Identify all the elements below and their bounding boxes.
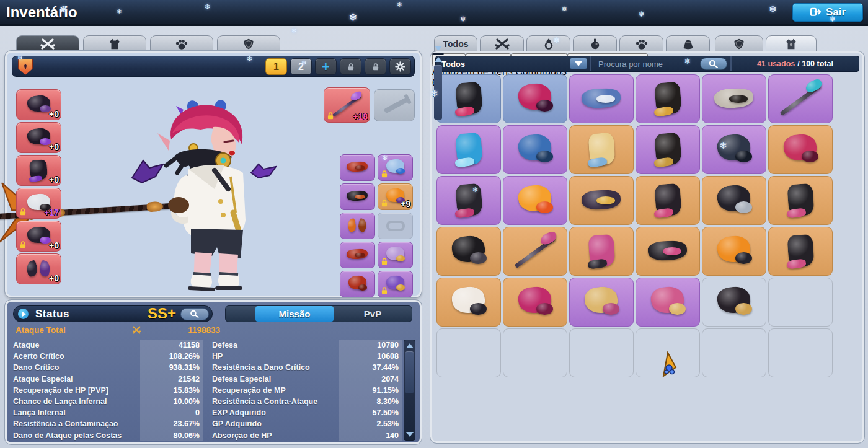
upper-accessory-slot[interactable] xyxy=(340,154,375,181)
mode-tab-missão[interactable]: Missão xyxy=(255,306,334,322)
tab-armor[interactable] xyxy=(83,35,146,52)
wing-accessory-slot xyxy=(347,218,358,233)
lock-page-1-button[interactable] xyxy=(340,58,361,75)
gloves-item[interactable] xyxy=(436,227,501,276)
tab-shield[interactable] xyxy=(217,35,280,52)
belt-box-item[interactable] xyxy=(702,74,766,123)
shoes-item[interactable] xyxy=(636,227,700,276)
hook-item[interactable] xyxy=(503,125,567,174)
hovered-slot[interactable] xyxy=(636,328,700,377)
boots-item[interactable] xyxy=(702,176,766,225)
tab-weapons[interactable] xyxy=(480,35,524,52)
ring-slot[interactable] xyxy=(378,154,413,181)
tab-outfits[interactable] xyxy=(766,35,817,52)
tab-defense[interactable] xyxy=(715,35,763,52)
empty-slot[interactable] xyxy=(503,328,567,377)
shoulder-armor-item[interactable] xyxy=(569,278,634,327)
pet-slot[interactable]: +9 xyxy=(378,183,413,210)
gloves-slot[interactable]: +17 xyxy=(16,188,61,219)
scroll-thumb[interactable] xyxy=(405,351,414,393)
empty-slot[interactable] xyxy=(768,278,833,327)
glove-item[interactable] xyxy=(436,278,501,327)
charm-slot[interactable] xyxy=(378,242,413,268)
inventory-scrollbar[interactable] xyxy=(432,53,444,55)
scroll-down-icon[interactable] xyxy=(435,46,442,51)
mask-slot[interactable] xyxy=(340,183,375,210)
category-value: Todos xyxy=(441,59,465,69)
pants-slot[interactable]: +0 xyxy=(16,155,61,186)
add-page-button[interactable]: + xyxy=(315,58,337,75)
empty-slot[interactable] xyxy=(569,328,634,377)
pants-item[interactable] xyxy=(436,176,501,225)
belt-item[interactable] xyxy=(569,74,634,123)
lock-page-2-button[interactable] xyxy=(365,58,386,75)
witch-hat-item[interactable] xyxy=(569,176,634,225)
search-button[interactable] xyxy=(700,58,727,70)
belt-slot[interactable] xyxy=(378,213,413,239)
hair-slot[interactable]: +0 xyxy=(16,89,61,120)
stat-value: 0 xyxy=(140,407,203,418)
tab-misc[interactable] xyxy=(666,35,710,52)
spears-item[interactable] xyxy=(436,125,501,174)
cursor-icon xyxy=(660,351,678,380)
scythe-item[interactable] xyxy=(768,74,833,123)
status-scrollbar[interactable] xyxy=(404,340,415,441)
hair-item[interactable] xyxy=(768,125,833,174)
empty-slot[interactable] xyxy=(702,328,766,377)
helmet-item[interactable] xyxy=(702,278,766,327)
anklet-slot[interactable] xyxy=(340,271,375,297)
inventory-screen: Inventário Sair 12+ xyxy=(0,0,868,448)
top-slot[interactable]: +0 xyxy=(16,122,61,153)
stat-value: 2.53% xyxy=(339,418,402,429)
exit-button[interactable]: Sair xyxy=(792,3,863,22)
boots-slot[interactable]: +0 xyxy=(16,221,61,252)
tab-consumables[interactable] xyxy=(573,35,617,52)
gloves-item[interactable] xyxy=(702,125,766,174)
wing-ornament-item[interactable] xyxy=(569,125,634,174)
tab-paw[interactable] xyxy=(150,35,213,52)
chevron-down-icon[interactable] xyxy=(570,58,587,69)
sleeve-item[interactable] xyxy=(569,227,634,276)
guild-badge-icon[interactable] xyxy=(18,59,33,75)
empty-slot[interactable] xyxy=(768,328,833,377)
scroll-up-icon[interactable] xyxy=(406,343,414,348)
scythe-item[interactable] xyxy=(503,227,567,276)
armor-top-item[interactable] xyxy=(636,278,700,327)
stat-value: 108.26% xyxy=(140,351,203,362)
empty-slot[interactable] xyxy=(436,328,501,377)
stat-value: 140 xyxy=(339,430,402,441)
wings-slot[interactable]: +0 xyxy=(16,253,61,284)
mode-tab-pvp[interactable]: PvP xyxy=(334,306,412,322)
equipment-page-1-button[interactable]: 1 xyxy=(265,58,287,75)
coat-item[interactable] xyxy=(636,176,700,225)
status-search-button[interactable] xyxy=(180,308,209,320)
tab-pets[interactable] xyxy=(619,35,663,52)
search-field[interactable]: Procura por nome xyxy=(591,56,732,71)
scroll-up-icon[interactable] xyxy=(435,57,442,62)
pumpkin-item[interactable] xyxy=(702,227,766,276)
settings-button[interactable] xyxy=(389,58,411,75)
lower-accessory-slot[interactable] xyxy=(340,242,375,268)
weapon-slot[interactable]: +18 xyxy=(324,87,370,123)
hair-item[interactable] xyxy=(503,278,567,327)
pants-item[interactable] xyxy=(436,74,501,123)
coat-item[interactable] xyxy=(636,125,700,174)
relic-slot[interactable] xyxy=(378,271,413,297)
sub-weapon-slot[interactable] xyxy=(374,89,415,121)
scroll-thumb[interactable] xyxy=(434,65,442,120)
pants-item[interactable] xyxy=(768,176,833,225)
equipment-page-2-button[interactable]: 2 xyxy=(290,58,312,75)
fire-aura-item[interactable] xyxy=(503,176,567,225)
hair-item[interactable] xyxy=(503,74,567,123)
stat-label: GP Adquirido xyxy=(212,419,339,428)
stat-value: 91.15% xyxy=(339,385,402,396)
wing-accessory-slot[interactable] xyxy=(340,213,375,239)
tab-accessories[interactable] xyxy=(526,35,570,52)
coat-item[interactable] xyxy=(768,227,833,276)
tab-swords[interactable] xyxy=(16,35,79,52)
category-dropdown[interactable]: Todos xyxy=(436,56,591,71)
scroll-down-icon[interactable] xyxy=(406,432,414,437)
paw-icon xyxy=(634,38,649,50)
cape-item[interactable] xyxy=(636,74,700,123)
status-expand-icon[interactable] xyxy=(18,309,29,319)
